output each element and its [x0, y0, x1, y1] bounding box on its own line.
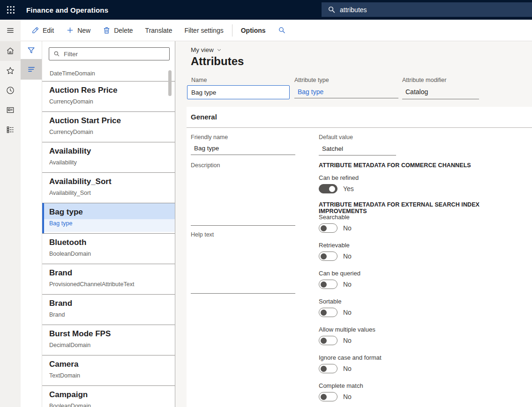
- toggle-switch[interactable]: [319, 280, 337, 289]
- toggle-switch[interactable]: [319, 336, 337, 345]
- toggle-switch[interactable]: [319, 252, 337, 261]
- edit-button[interactable]: Edit: [25, 23, 60, 37]
- list-scrollbar-thumb[interactable]: [168, 70, 172, 96]
- list-item[interactable]: Bag typeBag type: [42, 203, 175, 233]
- attribute-type-label: Attribute type: [294, 77, 398, 83]
- list-item[interactable]: BrandBrand: [42, 294, 175, 325]
- toggle-label: Searchable: [319, 213, 382, 221]
- list-item-title: Camera: [49, 360, 175, 369]
- options-button[interactable]: Options: [235, 24, 272, 37]
- nav-item-recent[interactable]: [0, 81, 21, 100]
- list-item-title: Auction Start Price: [49, 116, 175, 126]
- list-item-title: Availability: [49, 147, 175, 156]
- list-item[interactable]: Burst Mode FPSDecimalDomain: [42, 325, 175, 355]
- general-right-column: Default value Satchel ATTRIBUTE METADATA…: [319, 133, 525, 407]
- attribute-list: Auction Res PriceCurrencyDomainAuction S…: [42, 81, 175, 407]
- clock-icon: [6, 86, 15, 95]
- list-item[interactable]: Auction Start PriceCurrencyDomain: [42, 111, 175, 142]
- attribute-type-field-group: Attribute type Bag type: [294, 77, 398, 98]
- global-search-input[interactable]: [340, 6, 490, 14]
- toggle-switch[interactable]: [319, 364, 337, 373]
- list-item-title: Campaign: [49, 390, 175, 400]
- toggle-label: Allow multiple values: [319, 325, 382, 333]
- toggle-label: Retrievable: [319, 241, 382, 249]
- attribute-modifier-value[interactable]: Catalog: [405, 88, 479, 96]
- toggle-knob: [321, 253, 327, 259]
- filter-settings-button[interactable]: Filter settings: [178, 24, 229, 37]
- checklist-icon: [6, 125, 15, 134]
- friendly-name-value[interactable]: Bag type: [194, 145, 219, 152]
- list-item-title: Availability_Sort: [49, 177, 175, 186]
- description-underline[interactable]: [191, 225, 295, 226]
- attribute-modifier-label: Attribute modifier: [402, 77, 479, 83]
- app-title: Finance and Operations: [26, 6, 108, 14]
- delete-button[interactable]: Delete: [97, 23, 139, 37]
- list-item-title: Brand: [49, 268, 175, 278]
- attribute-modifier-field-group: Attribute modifier Catalog: [402, 77, 479, 99]
- list-item-title: Bluetooth: [49, 238, 175, 247]
- toggle-switch[interactable]: [319, 223, 337, 233]
- content-area: My view Attributes Name Attribute type B…: [175, 41, 532, 407]
- list-filter-box[interactable]: [49, 47, 170, 60]
- default-value-label: Default value: [319, 134, 353, 141]
- list-item[interactable]: CameraTextDomain: [42, 355, 175, 385]
- top-app-bar: Finance and Operations: [0, 0, 532, 20]
- toggle-switch[interactable]: [319, 392, 337, 401]
- attribute-type-value-link[interactable]: Bag type: [298, 88, 398, 96]
- default-value-underline: [319, 155, 396, 155]
- list-item-subtitle: BooleanDomain: [49, 251, 175, 257]
- list-item-title: Auction Res Price: [49, 86, 175, 95]
- translate-button[interactable]: Translate: [139, 24, 179, 37]
- new-button[interactable]: New: [60, 23, 97, 37]
- list-item-subtitle: CurrencyDomain: [49, 129, 175, 135]
- toggle-state: No: [343, 393, 352, 400]
- app-launcher-icon[interactable]: [0, 0, 22, 20]
- nav-toggle-button[interactable]: [0, 20, 21, 41]
- list-item[interactable]: Availability_SortAvailability_Sort: [42, 172, 175, 203]
- toggle-switch[interactable]: [319, 308, 337, 317]
- list-item-subtitle: Availability_Sort: [49, 190, 175, 196]
- help-text-underline[interactable]: [191, 293, 295, 294]
- list-item-subtitle: Brand: [49, 311, 175, 318]
- plus-icon: [66, 26, 74, 34]
- list-filter-input[interactable]: [64, 51, 160, 58]
- list-item-subtitle: CurrencyDomain: [49, 98, 175, 105]
- toggle-knob: [321, 225, 327, 231]
- nav-item-favorites[interactable]: [0, 61, 21, 81]
- toggle-row: Complete matchNo: [319, 381, 382, 407]
- list-item[interactable]: BrandProvisionedChannelAttributeText: [42, 264, 175, 294]
- panel-tab-list[interactable]: [21, 59, 42, 80]
- list-item[interactable]: BluetoothBooleanDomain: [42, 233, 175, 264]
- commerce-metadata-header: ATTRIBUTE METADATA FOR COMMERCE CHANNELS: [319, 162, 471, 169]
- nav-item-modules[interactable]: [0, 120, 21, 140]
- search-icon: [278, 26, 286, 34]
- panel-tab-filter[interactable]: [21, 41, 42, 59]
- toggle-state: No: [343, 224, 352, 232]
- trash-icon: [103, 26, 111, 34]
- list-item-subtitle: Bag type: [49, 220, 175, 227]
- list-item-subtitle: DecimalDomain: [49, 342, 175, 348]
- left-nav-strip: [0, 20, 21, 407]
- toggle-label: Complete match: [319, 381, 382, 389]
- clipped-item-subtitle: DateTimeDomain: [50, 70, 95, 77]
- global-search[interactable]: [322, 2, 532, 17]
- nav-item-home[interactable]: [0, 41, 21, 61]
- nav-item-workspaces[interactable]: [0, 100, 21, 120]
- toggle-knob: [321, 394, 327, 400]
- list-item[interactable]: Auction Res PriceCurrencyDomain: [42, 81, 175, 111]
- toggle-row: Allow multiple valuesNo: [319, 325, 382, 353]
- pencil-icon: [31, 26, 39, 34]
- toggle-state: No: [343, 309, 352, 316]
- toggle-switch[interactable]: [319, 184, 337, 193]
- toggle-label: Can be refined: [319, 173, 359, 181]
- toggle-label: Ignore case and format: [319, 353, 382, 361]
- list-item[interactable]: AvailabilityAvailability: [42, 142, 175, 172]
- toolbar-search-button[interactable]: [272, 23, 292, 37]
- list-item[interactable]: CampaignBooleanDomain: [42, 385, 175, 407]
- list-item-title: Brand: [49, 299, 175, 308]
- friendly-name-label: Friendly name: [191, 134, 228, 141]
- name-field-input[interactable]: [187, 85, 290, 99]
- default-value-value[interactable]: Satchel: [322, 145, 343, 152]
- toggle-row: Can be refinedYes: [319, 173, 359, 201]
- view-selector[interactable]: My view: [191, 46, 222, 53]
